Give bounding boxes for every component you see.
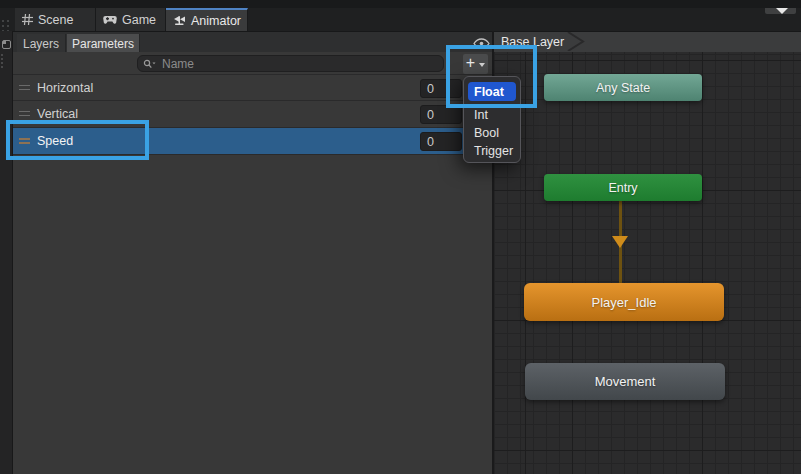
search-icon — [143, 59, 156, 69]
eye-icon[interactable] — [473, 35, 490, 53]
play-icon — [776, 8, 788, 14]
menu-item-label: Trigger — [474, 144, 513, 158]
parameter-search-field[interactable] — [137, 55, 444, 72]
node-label: Any State — [596, 81, 650, 95]
dock-tab-bar: Scene Game — [0, 8, 801, 31]
node-label: Player_Idle — [591, 295, 656, 310]
parameter-row-speed[interactable]: Speed 0 — [13, 127, 492, 154]
tab-game-label: Game — [122, 13, 156, 27]
node-movement[interactable]: Movement — [525, 363, 725, 400]
parameters-panel: + Horizontal 0 Vertical 0 Speed 0 — [13, 52, 492, 474]
menu-item-label: Bool — [474, 126, 499, 140]
menu-item-int[interactable]: Int — [467, 106, 517, 124]
tab-scene[interactable]: Scene — [15, 8, 96, 31]
breadcrumb-base-layer[interactable]: Base Layer — [501, 31, 564, 52]
parameter-name: Horizontal — [37, 75, 93, 100]
subtab-parameters-label: Parameters — [72, 37, 134, 51]
animator-icon — [173, 15, 186, 26]
reorder-handle-icon[interactable] — [19, 111, 30, 117]
reorder-handle-icon[interactable] — [19, 85, 30, 91]
scene-grid-icon — [22, 14, 33, 25]
gamepad-icon — [103, 15, 117, 25]
menu-item-bool[interactable]: Bool — [467, 124, 517, 142]
parameter-row-horizontal[interactable]: Horizontal 0 — [13, 74, 492, 100]
tab-scene-label: Scene — [38, 13, 73, 27]
row-separator — [13, 154, 492, 155]
node-any-state[interactable]: Any State — [544, 74, 702, 101]
menu-item-float[interactable]: Float — [468, 82, 516, 101]
parameter-name: Speed — [37, 128, 73, 154]
parameter-value-field[interactable]: 0 — [420, 132, 462, 151]
play-button-partial[interactable] — [765, 8, 796, 14]
menu-item-label: Int — [474, 108, 488, 122]
plus-icon: + — [466, 55, 475, 71]
node-label: Movement — [595, 374, 656, 389]
tab-animator-label: Animator — [191, 14, 241, 28]
tab-game[interactable]: Game — [96, 8, 166, 31]
subtab-parameters[interactable]: Parameters — [67, 34, 140, 53]
menu-item-trigger[interactable]: Trigger — [467, 142, 517, 160]
window-restore-icon — [2, 40, 11, 49]
add-parameter-button[interactable]: + — [463, 54, 488, 74]
node-entry[interactable]: Entry — [544, 174, 702, 201]
parameter-value-field[interactable]: 0 — [420, 79, 462, 98]
node-player-idle[interactable]: Player_Idle — [524, 283, 724, 321]
window-left-strip — [0, 31, 13, 474]
transition-arrow-icon — [612, 236, 628, 248]
dropdown-caret-icon — [479, 63, 485, 67]
subtab-layers[interactable]: Layers — [17, 34, 66, 53]
tab-animator[interactable]: Animator — [166, 8, 248, 31]
animator-graph-canvas[interactable] — [494, 52, 801, 474]
node-label: Entry — [608, 181, 637, 195]
menu-item-label: Float — [474, 85, 504, 99]
parameter-type-menu: Float Int Bool Trigger — [463, 76, 521, 163]
search-input[interactable] — [160, 56, 410, 72]
unity-animator-window: Scene Game — [0, 0, 801, 474]
reorder-handle-icon[interactable] — [19, 138, 30, 144]
parameter-name: Vertical — [37, 101, 78, 126]
subtab-layers-label: Layers — [23, 37, 59, 51]
parameters-toolbar: Layers Parameters — [13, 31, 492, 52]
strip-drag-handle-icon — [1, 54, 5, 68]
parameter-value-field[interactable]: 0 — [420, 105, 462, 124]
parameter-row-vertical[interactable]: Vertical 0 — [13, 100, 492, 126]
window-top-strip — [0, 0, 801, 8]
